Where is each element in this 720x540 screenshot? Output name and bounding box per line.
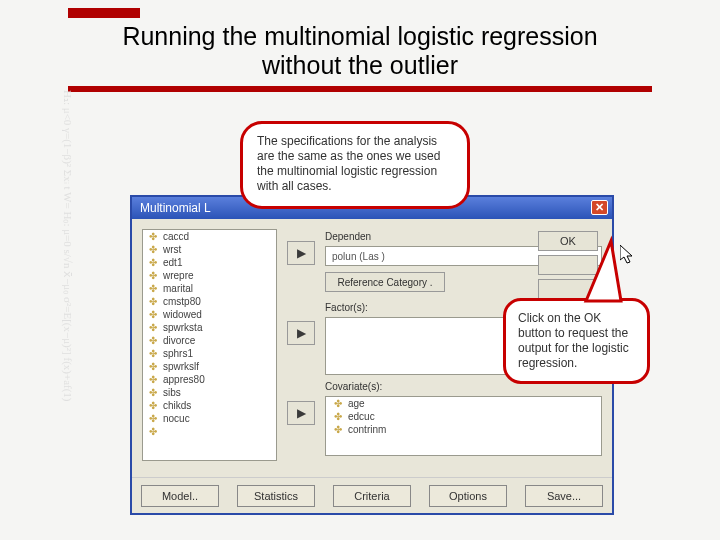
cursor-icon	[620, 245, 636, 265]
background-formula: H₁: μ<0 γ=(1−β)² Σxᵢ t W= H₀: μ=0 s/√n x…	[6, 90, 76, 530]
list-item[interactable]: ✤cmstp80	[143, 295, 276, 308]
list-item-label: cmstp80	[163, 296, 201, 307]
callout-text: Click on the OK button to request the ou…	[518, 311, 629, 370]
list-item-label: appres80	[163, 374, 205, 385]
list-item-label: marital	[163, 283, 193, 294]
list-item[interactable]: ✤sibs	[143, 386, 276, 399]
btn-label: Save...	[547, 490, 581, 502]
scale-icon: ✤	[147, 270, 159, 281]
list-item[interactable]: ✤	[143, 425, 276, 438]
list-item-label: sphrs1	[163, 348, 193, 359]
page-title: Running the multinomial logistic regress…	[60, 22, 660, 80]
list-item-label: divorce	[163, 335, 195, 346]
move-to-factors-button[interactable]: ▶	[287, 321, 315, 345]
model-button[interactable]: Model..	[141, 485, 219, 507]
list-item[interactable]: ✤age	[326, 397, 601, 410]
options-button[interactable]: Options	[429, 485, 507, 507]
list-item-label: nocuc	[163, 413, 190, 424]
scale-icon: ✤	[147, 244, 159, 255]
covariates-listbox[interactable]: ✤age ✤edcuc ✤contrinm	[325, 396, 602, 456]
close-icon[interactable]: ✕	[591, 200, 608, 215]
save-dialog-button[interactable]: Save...	[525, 485, 603, 507]
list-item[interactable]: ✤widowed	[143, 308, 276, 321]
scale-icon: ✤	[147, 413, 159, 424]
list-item-label: spwrkslf	[163, 361, 199, 372]
dialog-title: Multinomial L	[140, 201, 211, 215]
list-item-label: caccd	[163, 231, 189, 242]
list-item-label: widowed	[163, 309, 202, 320]
accent-bar	[68, 8, 140, 18]
callout-ok: Click on the OK button to request the ou…	[503, 298, 650, 384]
scale-icon: ✤	[147, 296, 159, 307]
list-item-label: edt1	[163, 257, 182, 268]
scale-icon: ✤	[332, 424, 344, 435]
scale-icon: ✤	[147, 387, 159, 398]
btn-label: Model..	[162, 490, 198, 502]
statistics-button[interactable]: Statistics	[237, 485, 315, 507]
scale-icon: ✤	[147, 348, 159, 359]
list-item[interactable]: ✤wrepre	[143, 269, 276, 282]
scale-icon: ✤	[147, 426, 159, 437]
variable-list[interactable]: ✤caccd ✤wrst ✤edt1 ✤wrepre ✤marital ✤cms…	[142, 229, 277, 461]
callout-specifications: The specifications for the analysis are …	[240, 121, 470, 209]
list-item-label: wrst	[163, 244, 181, 255]
scale-icon: ✤	[147, 361, 159, 372]
list-item-label: spwrksta	[163, 322, 202, 333]
scale-icon: ✤	[332, 411, 344, 422]
move-to-dependent-button[interactable]: ▶	[287, 241, 315, 265]
callout-text: The specifications for the analysis are …	[257, 134, 440, 193]
scale-icon: ✤	[147, 283, 159, 294]
list-item[interactable]: ✤edcuc	[326, 410, 601, 423]
title-line-2: without the outlier	[262, 51, 458, 79]
list-item[interactable]: ✤chikds	[143, 399, 276, 412]
title-line-1: Running the multinomial logistic regress…	[122, 22, 597, 50]
transfer-buttons: ▶ ▶ ▶	[287, 229, 315, 467]
scale-icon: ✤	[147, 374, 159, 385]
scale-icon: ✤	[147, 322, 159, 333]
list-item[interactable]: ✤nocuc	[143, 412, 276, 425]
list-item-label: age	[348, 398, 365, 409]
scale-icon: ✤	[147, 309, 159, 320]
title-underline	[68, 86, 652, 92]
svg-marker-0	[586, 241, 621, 301]
list-item[interactable]: ✤marital	[143, 282, 276, 295]
btn-label: Options	[449, 490, 487, 502]
list-item[interactable]: ✤appres80	[143, 373, 276, 386]
btn-label: Statistics	[254, 490, 298, 502]
list-item-label: contrinm	[348, 424, 386, 435]
move-to-covariates-button[interactable]: ▶	[287, 401, 315, 425]
scale-icon: ✤	[147, 231, 159, 242]
list-item-label: chikds	[163, 400, 191, 411]
list-item-label: edcuc	[348, 411, 375, 422]
scale-icon: ✤	[332, 398, 344, 409]
scale-icon: ✤	[147, 257, 159, 268]
list-item[interactable]: ✤spwrksta	[143, 321, 276, 334]
list-item[interactable]: ✤wrst	[143, 243, 276, 256]
scale-icon: ✤	[147, 400, 159, 411]
list-item-label: sibs	[163, 387, 181, 398]
list-item[interactable]: ✤divorce	[143, 334, 276, 347]
reference-category-button[interactable]: Reference Category .	[325, 272, 445, 292]
list-item[interactable]: ✤spwrkslf	[143, 360, 276, 373]
criteria-button[interactable]: Criteria	[333, 485, 411, 507]
dependent-value: polun (Las )	[332, 251, 385, 262]
dialog-bottom-bar: Model.. Statistics Criteria Options Save…	[132, 477, 612, 513]
svg-marker-1	[620, 245, 632, 263]
refcat-label: Reference Category .	[337, 277, 432, 288]
btn-label: Criteria	[354, 490, 389, 502]
list-item[interactable]: ✤edt1	[143, 256, 276, 269]
list-item[interactable]: ✤caccd	[143, 230, 276, 243]
list-item[interactable]: ✤contrinm	[326, 423, 601, 436]
scale-icon: ✤	[147, 335, 159, 346]
ok-label: OK	[560, 235, 576, 247]
list-item-label: wrepre	[163, 270, 194, 281]
list-item[interactable]: ✤sphrs1	[143, 347, 276, 360]
